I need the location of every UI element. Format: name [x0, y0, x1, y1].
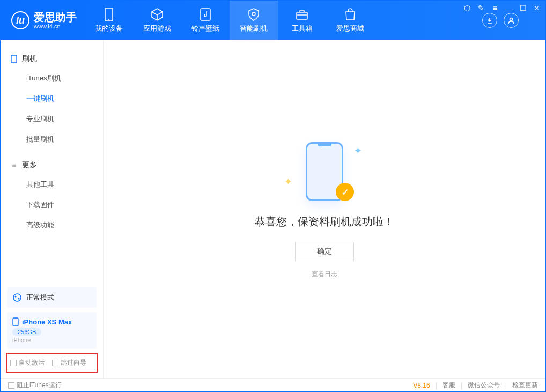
logo-icon: iu [11, 11, 29, 29]
sidebar-bottom: 正常模式 iPhone XS Max 256GB iPhone 自动激活 跳过向… [1, 283, 103, 378]
app-name: 爱思助手 [34, 11, 77, 23]
tab-toolbox[interactable]: 工具箱 [278, 1, 326, 40]
checkbox-icon [52, 360, 58, 366]
user-button[interactable] [504, 13, 519, 28]
tab-label: 爱思商城 [336, 24, 364, 33]
tab-label: 工具箱 [292, 24, 313, 33]
capacity-badge: 256GB [12, 328, 41, 336]
checkbox-label: 跳过向导 [61, 358, 86, 367]
device-name: iPhone XS Max [22, 318, 72, 326]
checkbox-icon [10, 360, 17, 366]
close-icon[interactable]: ✕ [533, 4, 541, 12]
svg-point-1 [108, 19, 109, 20]
phone-icon [10, 55, 18, 63]
header-right-buttons [482, 13, 519, 28]
tab-label: 我的设备 [95, 24, 123, 33]
checkbox-label: 阻止iTunes运行 [17, 381, 62, 390]
tab-label: 应用游戏 [143, 24, 171, 33]
mode-box[interactable]: 正常模式 [7, 287, 97, 308]
footer-link-support[interactable]: 客服 [442, 381, 455, 390]
svg-point-7 [13, 294, 21, 301]
tab-store[interactable]: 爱思商城 [326, 1, 374, 40]
version-label: V8.16 [413, 382, 430, 389]
tshirt-icon[interactable]: ⬡ [463, 4, 471, 12]
section-title: 更多 [22, 160, 37, 170]
checkbox-skip-guide[interactable]: 跳过向导 [52, 358, 86, 367]
sidebar-item-other-tools[interactable]: 其他工具 [1, 174, 103, 195]
list-icon: ≡ [10, 161, 18, 169]
sidebar-item-download-firmware[interactable]: 下载固件 [1, 195, 103, 215]
tab-ringtones-wallpapers[interactable]: 铃声壁纸 [181, 1, 230, 40]
confirm-button[interactable]: 确定 [295, 242, 354, 261]
checkbox-block-itunes[interactable]: 阻止iTunes运行 [8, 381, 62, 390]
sidebar-item-pro-flash[interactable]: 专业刷机 [1, 109, 103, 129]
menu-icon[interactable]: ≡ [491, 4, 499, 12]
tab-smart-flash[interactable]: 智能刷机 [230, 1, 278, 40]
sidebar-item-oneclick-flash[interactable]: 一键刷机 [1, 88, 103, 109]
shopping-bag-icon [343, 8, 357, 21]
status-bar: 阻止iTunes运行 V8.16 | 客服 | 微信公众号 | 检查更新 [1, 378, 545, 392]
device-icon [102, 8, 116, 21]
footer-right: V8.16 | 客服 | 微信公众号 | 检查更新 [413, 381, 538, 390]
device-box[interactable]: iPhone XS Max 256GB iPhone [7, 312, 97, 349]
sidebar-section-more: ≡ 更多 [1, 156, 103, 174]
sparkle-icon: ✦ [354, 145, 362, 157]
feedback-icon[interactable]: ✎ [477, 4, 485, 12]
checkbox-icon [8, 382, 14, 389]
mode-icon [12, 293, 22, 302]
sidebar-section-flash: 刷机 [1, 50, 103, 68]
footer-link-wechat[interactable]: 微信公众号 [468, 381, 500, 390]
device-name-row: iPhone XS Max [12, 317, 91, 326]
tab-label: 智能刷机 [240, 24, 268, 33]
highlighted-checkbox-row: 自动激活 跳过向导 [6, 353, 98, 373]
svg-point-3 [252, 12, 255, 16]
app-header: ⬡ ✎ ≡ — ☐ ✕ iu 爱思助手 www.i4.cn 我的设备 应用游戏 … [1, 1, 545, 40]
app-url: www.i4.cn [34, 23, 77, 29]
mode-label: 正常模式 [26, 293, 54, 302]
success-illustration: ✦ ✦ ✓ [292, 139, 357, 204]
svg-rect-6 [11, 55, 17, 63]
svg-point-9 [18, 298, 20, 300]
sidebar: 刷机 iTunes刷机 一键刷机 专业刷机 批量刷机 ≡ 更多 其他工具 下载固… [1, 40, 104, 378]
svg-point-8 [15, 296, 17, 298]
svg-rect-4 [297, 12, 307, 19]
checkbox-auto-activate[interactable]: 自动激活 [10, 358, 45, 367]
main-content: ✦ ✦ ✓ 恭喜您，保资料刷机成功啦！ 确定 查看日志 [104, 40, 545, 378]
minimize-icon[interactable]: — [505, 4, 513, 12]
check-badge-icon: ✓ [336, 183, 354, 201]
sparkle-icon: ✦ [284, 176, 292, 188]
window-controls: ⬡ ✎ ≡ — ☐ ✕ [463, 4, 541, 12]
checkbox-label: 自动激活 [19, 358, 45, 367]
logo-area: iu 爱思助手 www.i4.cn [1, 1, 85, 40]
music-note-icon [198, 8, 212, 21]
sidebar-item-batch-flash[interactable]: 批量刷机 [1, 129, 103, 150]
shield-icon [247, 8, 261, 21]
sidebar-item-itunes-flash[interactable]: iTunes刷机 [1, 68, 103, 88]
download-button[interactable] [482, 13, 497, 28]
toolbox-icon [295, 8, 309, 21]
success-message: 恭喜您，保资料刷机成功啦！ [255, 215, 394, 229]
device-icon [12, 317, 19, 326]
device-type: iPhone [12, 337, 91, 343]
view-log-link[interactable]: 查看日志 [312, 270, 337, 279]
nav-tabs: 我的设备 应用游戏 铃声壁纸 智能刷机 工具箱 爱思商城 [85, 1, 374, 40]
maximize-icon[interactable]: ☐ [519, 4, 527, 12]
svg-rect-10 [13, 318, 18, 326]
cube-icon [150, 8, 164, 21]
footer-link-update[interactable]: 检查更新 [512, 381, 538, 390]
app-body: 刷机 iTunes刷机 一键刷机 专业刷机 批量刷机 ≡ 更多 其他工具 下载固… [1, 40, 545, 378]
tab-apps-games[interactable]: 应用游戏 [133, 1, 181, 40]
tab-my-device[interactable]: 我的设备 [85, 1, 133, 40]
svg-point-5 [510, 18, 513, 21]
sidebar-item-advanced[interactable]: 高级功能 [1, 215, 103, 235]
section-title: 刷机 [22, 54, 37, 64]
tab-label: 铃声壁纸 [191, 24, 219, 33]
